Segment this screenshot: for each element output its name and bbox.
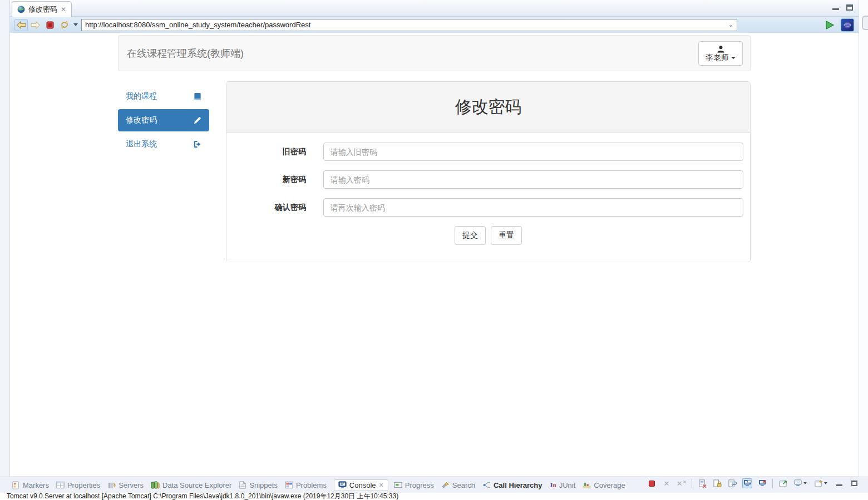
globe-icon [17,6,25,13]
new-console-view-button[interactable] [812,478,829,488]
coverage-icon [583,481,591,489]
run-button[interactable] [823,19,836,31]
sidebar: 我的课程 修改密码 退出系统 [118,85,209,262]
stdout-console-icon [743,479,752,487]
caret-down-icon [731,57,736,59]
remove-all-terminated-button[interactable]: ✕✕ [677,478,687,488]
new-password-field[interactable] [323,170,743,189]
scroll-lock-icon [713,479,722,488]
chevron-down-icon [824,482,827,484]
toolbar-separator [692,479,692,488]
tab-call-hierarchy[interactable]: Call Hierarchy [482,481,542,489]
tab-servers[interactable]: Servers [107,481,144,489]
back-button[interactable] [14,19,28,31]
clear-console-button[interactable] [697,478,707,488]
forward-arrow-icon [31,21,41,29]
sidebar-item-my-courses[interactable]: 我的课程 [118,85,209,107]
status-bar: Tomcat v9.0 Server at localhost [Apache … [0,493,868,500]
submit-button[interactable]: 提交 [455,226,486,245]
toolbar-separator [772,479,773,488]
remove-launch-icon: ✕ [664,479,670,488]
terminate-icon [649,481,655,487]
word-wrap-button[interactable] [727,478,737,488]
sidebar-item-change-password[interactable]: 修改密码 [118,109,209,131]
sign-out-icon [193,140,201,148]
junit-icon: Jʊ [549,482,556,488]
form-row-old-password: 旧密码 [226,143,750,161]
tab-junit[interactable]: Jʊ JUnit [549,481,575,489]
tab-problems[interactable]: Problems [285,481,327,489]
sidebar-item-logout[interactable]: 退出系统 [118,133,209,155]
sidebar-item-label: 我的课程 [126,91,157,101]
display-console-icon [794,479,802,487]
back-arrow-icon [16,21,26,29]
editor-tab-title: 修改密码 [28,4,57,14]
tab-progress[interactable]: Progress [394,481,434,489]
open-console-button[interactable] [778,478,788,488]
properties-icon [56,481,65,489]
console-toolbar: ✕ ✕✕ [647,478,859,488]
url-input[interactable] [85,21,728,29]
perspective-icon[interactable] [862,16,868,30]
refresh-button[interactable] [58,19,71,31]
tab-properties[interactable]: Properties [56,481,100,489]
stderr-console-icon [758,479,767,487]
console-tab-close-icon[interactable]: ✕ [379,482,384,489]
sidebar-item-label: 修改密码 [126,115,157,125]
data-source-explorer-icon [151,481,160,489]
maximize-icon [851,481,857,486]
stop-button[interactable] [43,19,57,31]
close-icon[interactable]: ✕ [61,6,66,13]
refresh-icon [60,21,69,29]
maximize-panel-button[interactable] [849,478,859,488]
form-row-new-password: 新密码 [226,170,750,189]
markers-icon [12,481,20,489]
address-bar[interactable]: ⌄ [81,19,737,31]
browser-toolbar: ⌄ [10,17,859,33]
browser-viewport: 在线课程管理系统(教师端) 李老师 我的课程 修改密码 [10,33,859,476]
pencil-icon [194,116,201,124]
minimize-icon [836,484,842,486]
browser-editor-tab[interactable]: 修改密码 ✕ [12,1,72,17]
snippets-icon [239,481,246,489]
tab-console[interactable]: Console ✕ [334,479,388,491]
tab-markers[interactable]: Markers [12,481,49,489]
terminate-button[interactable] [647,478,657,488]
right-dock-strip [859,0,868,477]
tab-coverage[interactable]: Coverage [583,481,625,489]
search-flashlight-icon [441,481,450,489]
user-name: 李老师 [706,53,729,62]
page-header: 在线课程管理系统(教师端) 李老师 [118,35,751,71]
chevron-down-icon [803,482,807,484]
nav-dropdown-icon[interactable] [73,23,78,26]
editor-tab-bar: 修改密码 ✕ [10,0,859,17]
stop-icon [46,21,54,29]
confirm-password-label: 确认密码 [226,203,323,213]
minimize-view-icon[interactable] [832,8,839,10]
scroll-lock-button[interactable] [712,478,722,488]
form-row-confirm-password: 确认密码 [226,198,750,217]
old-password-field[interactable] [323,143,743,161]
external-browser-icon [843,21,852,30]
minimize-panel-button[interactable] [834,478,844,488]
forward-button[interactable] [29,19,42,31]
tab-search[interactable]: Search [441,481,475,489]
open-external-browser-button[interactable] [841,18,854,32]
show-console-on-stdout-toggle[interactable] [742,478,752,488]
remove-all-icon: ✕✕ [677,479,687,488]
user-menu-button[interactable]: 李老师 [698,41,743,66]
show-console-on-stderr-toggle[interactable] [757,478,767,488]
reset-button[interactable]: 重置 [491,226,522,245]
panel-title: 修改密码 [455,96,521,119]
url-history-chevron-icon[interactable]: ⌄ [728,21,733,28]
tab-data-source-explorer[interactable]: Data Source Explorer [151,481,231,489]
problems-icon [285,481,293,489]
display-selected-console-button[interactable] [793,478,807,488]
old-password-label: 旧密码 [226,147,323,157]
progress-icon [394,481,402,489]
remove-launch-button[interactable]: ✕ [662,478,672,488]
maximize-view-icon[interactable] [846,4,853,11]
confirm-password-field[interactable] [323,198,743,217]
password-panel: 修改密码 旧密码 新密码 确认密码 [226,81,751,262]
tab-snippets[interactable]: Snippets [239,481,278,489]
